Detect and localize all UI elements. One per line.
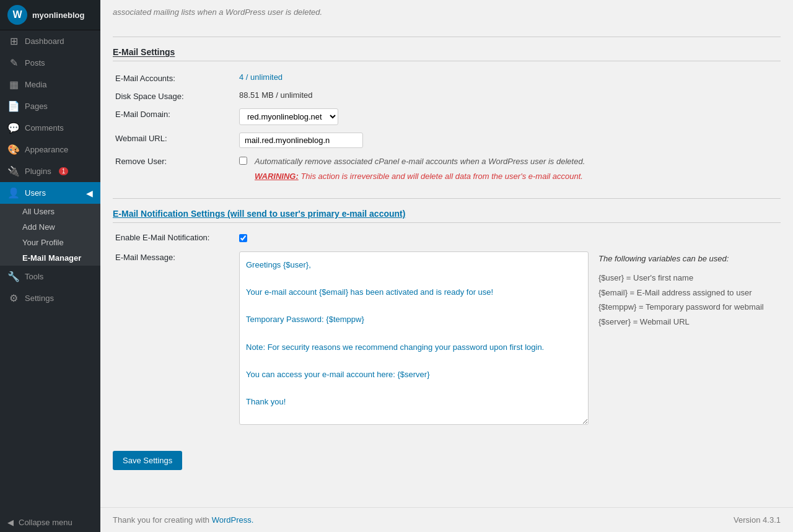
media-icon: ▦ bbox=[7, 79, 20, 90]
sidebar-item-tools[interactable]: 🔧 Tools bbox=[0, 266, 100, 287]
sidebar-item-label: Users bbox=[25, 188, 46, 198]
enable-label: Enable E-Mail Notification: bbox=[113, 230, 237, 248]
email-settings-heading: E-Mail Settings bbox=[113, 47, 781, 61]
sidebar-item-media[interactable]: ▦ Media bbox=[0, 74, 100, 95]
pages-icon: 📄 bbox=[7, 100, 20, 112]
email-message-textarea[interactable]: Greetings {$user}, Your e-mail account {… bbox=[239, 251, 589, 425]
appearance-icon: 🎨 bbox=[7, 144, 20, 155]
content-area: associated mailing lists when a WordPres… bbox=[100, 0, 793, 507]
email-message-wrapper: Greetings {$user}, Your e-mail account {… bbox=[239, 251, 778, 425]
email-message-row: E-Mail Message: Greetings {$user}, Your … bbox=[113, 248, 781, 429]
domain-label: E-Mail Domain: bbox=[113, 105, 237, 129]
sidebar-item-appearance[interactable]: 🎨 Appearance bbox=[0, 139, 100, 160]
enable-value bbox=[237, 230, 781, 248]
remove-user-description: Automatically remove associated cPanel e… bbox=[255, 155, 585, 182]
message-label: E-Mail Message: bbox=[113, 248, 237, 429]
warning-detail: This action is irreversible and will del… bbox=[299, 172, 583, 181]
sidebar-logo: W myonlineblog bbox=[0, 0, 100, 30]
main-content: associated mailing lists when a WordPres… bbox=[100, 0, 793, 532]
sidebar-item-label: Posts bbox=[25, 58, 45, 68]
remove-user-value: Automatically remove associated cPanel e… bbox=[237, 152, 781, 186]
disk-space-row: Disk Space Usage: 88.51 MB / unlimited bbox=[113, 87, 781, 105]
sidebar-item-label: Settings bbox=[25, 294, 54, 303]
plugins-icon: 🔌 bbox=[7, 165, 20, 177]
users-icon: 👤 bbox=[7, 187, 20, 199]
sidebar-item-posts[interactable]: ✎ Posts bbox=[0, 52, 100, 74]
webmail-label: Webmail URL: bbox=[113, 129, 237, 152]
tools-icon: 🔧 bbox=[7, 271, 20, 282]
sidebar-item-label: Comments bbox=[25, 123, 64, 133]
sidebar-item-users[interactable]: 👤 Users ◀ bbox=[0, 182, 100, 204]
section-divider-mid bbox=[113, 198, 781, 199]
sidebar-item-label: Media bbox=[25, 80, 46, 89]
users-submenu: All Users Add New Your Profile E-Mail Ma… bbox=[0, 204, 100, 266]
accounts-row: E-Mail Accounts: 4 / unlimited bbox=[113, 69, 781, 87]
sidebar-item-all-users[interactable]: All Users bbox=[0, 204, 100, 219]
posts-icon: ✎ bbox=[7, 57, 20, 69]
users-arrow-icon: ◀ bbox=[86, 188, 93, 198]
remove-user-label: Remove User: bbox=[113, 152, 237, 186]
sidebar-item-label: Tools bbox=[25, 272, 43, 281]
sidebar-item-settings[interactable]: ⚙ Settings bbox=[0, 287, 100, 309]
save-settings-button[interactable]: Save Settings bbox=[113, 451, 182, 470]
remove-user-note: Automatically remove associated cPanel e… bbox=[255, 157, 585, 166]
webmail-input[interactable] bbox=[239, 133, 363, 148]
sidebar-item-plugins[interactable]: 🔌 Plugins 1 bbox=[0, 160, 100, 182]
settings-icon: ⚙ bbox=[7, 292, 20, 304]
sidebar-item-your-profile[interactable]: Your Profile bbox=[0, 235, 100, 250]
collapse-label: Collapse menu bbox=[19, 518, 72, 527]
notification-settings-table: Enable E-Mail Notification: E-Mail Messa… bbox=[113, 230, 781, 429]
warning-text: WARINING: This action is irreversible an… bbox=[255, 170, 585, 183]
domain-value: red.myonlineblog.net bbox=[237, 105, 781, 129]
disk-space-label: Disk Space Usage: bbox=[113, 87, 237, 105]
sidebar-item-label: Appearance bbox=[25, 145, 68, 154]
enable-notification-row: Enable E-Mail Notification: bbox=[113, 230, 781, 248]
webmail-value bbox=[237, 129, 781, 152]
domain-row: E-Mail Domain: red.myonlineblog.net bbox=[113, 105, 781, 129]
email-settings-table: E-Mail Accounts: 4 / unlimited Disk Spac… bbox=[113, 69, 781, 186]
footer-text: Thank you for creating with WordPress. bbox=[113, 515, 253, 525]
collapse-icon: ◀ bbox=[7, 518, 14, 527]
accounts-label: E-Mail Accounts: bbox=[113, 69, 237, 87]
footer-thank-you: Thank you for creating with bbox=[113, 515, 212, 525]
collapse-menu-button[interactable]: ◀ Collapse menu bbox=[0, 513, 100, 532]
remove-user-row: Remove User: Automatically remove associ… bbox=[113, 152, 781, 186]
notification-settings-heading[interactable]: E-Mail Notification Settings (will send … bbox=[113, 209, 781, 223]
footer: Thank you for creating with WordPress. V… bbox=[100, 507, 793, 532]
sidebar-item-comments[interactable]: 💬 Comments bbox=[0, 117, 100, 139]
variables-title: The following variables can be used: bbox=[598, 251, 778, 266]
sidebar-item-add-new[interactable]: Add New bbox=[0, 219, 100, 235]
sidebar-item-label: Pages bbox=[25, 102, 48, 111]
disk-space-value: 88.51 MB / unlimited bbox=[237, 87, 781, 105]
site-name: myonlineblog bbox=[32, 11, 85, 20]
warning-label: WARINING: bbox=[255, 172, 299, 181]
variables-box: The following variables can be used: {$u… bbox=[598, 251, 778, 329]
domain-select[interactable]: red.myonlineblog.net bbox=[239, 108, 338, 125]
section-divider-top bbox=[113, 37, 781, 37]
sidebar: W myonlineblog ⊞ Dashboard ✎ Posts ▦ Med… bbox=[0, 0, 100, 532]
accounts-value: 4 / unlimited bbox=[237, 69, 781, 87]
sidebar-item-dashboard[interactable]: ⊞ Dashboard bbox=[0, 30, 100, 52]
message-value: Greetings {$user}, Your e-mail account {… bbox=[237, 248, 781, 429]
wordpress-link[interactable]: WordPress. bbox=[212, 515, 254, 525]
comments-icon: 💬 bbox=[7, 122, 20, 134]
sidebar-item-label: Plugins bbox=[25, 167, 51, 176]
var-server: {$server} = Webmail URL bbox=[598, 315, 778, 329]
accounts-link[interactable]: 4 / unlimited bbox=[239, 72, 283, 82]
sidebar-item-email-manager[interactable]: E-Mail Manager bbox=[0, 250, 100, 266]
webmail-row: Webmail URL: bbox=[113, 129, 781, 152]
var-user: {$user} = User's first name bbox=[598, 271, 778, 285]
sidebar-item-label: Dashboard bbox=[25, 37, 64, 46]
dashboard-icon: ⊞ bbox=[7, 35, 20, 47]
footer-version: Version 4.3.1 bbox=[734, 515, 781, 525]
var-temppw: {$temppw} = Temporary password for webma… bbox=[598, 300, 778, 314]
remove-user-checkbox-row: Automatically remove associated cPanel e… bbox=[239, 155, 778, 182]
var-email: {$email} = E-Mail address assigned to us… bbox=[598, 286, 778, 300]
enable-notification-checkbox[interactable] bbox=[239, 234, 247, 242]
remove-user-checkbox[interactable] bbox=[239, 157, 247, 165]
plugins-badge: 1 bbox=[59, 167, 69, 175]
sidebar-item-pages[interactable]: 📄 Pages bbox=[0, 95, 100, 117]
wp-logo-icon: W bbox=[7, 5, 27, 25]
top-note: associated mailing lists when a WordPres… bbox=[113, 0, 781, 27]
